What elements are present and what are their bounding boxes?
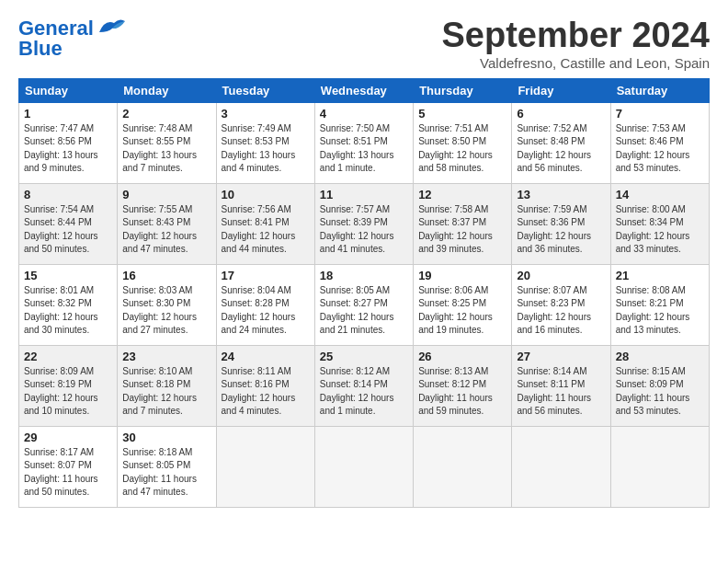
day-number: 8	[24, 188, 112, 201]
day-info: Sunrise: 7:52 AM Sunset: 8:48 PM Dayligh…	[517, 122, 605, 176]
table-row	[610, 426, 709, 507]
day-info: Sunrise: 7:56 AM Sunset: 8:41 PM Dayligh…	[222, 203, 310, 257]
header-saturday: Saturday	[610, 78, 709, 102]
table-row	[216, 426, 314, 507]
table-row: 8Sunrise: 7:54 AM Sunset: 8:44 PM Daylig…	[19, 183, 118, 264]
day-info: Sunrise: 8:06 AM Sunset: 8:25 PM Dayligh…	[418, 284, 506, 338]
header-tuesday: Tuesday	[216, 78, 314, 102]
day-number: 18	[320, 269, 408, 282]
table-row: 5Sunrise: 7:51 AM Sunset: 8:50 PM Daylig…	[414, 102, 512, 183]
day-info: Sunrise: 8:01 AM Sunset: 8:32 PM Dayligh…	[24, 284, 112, 338]
day-info: Sunrise: 7:55 AM Sunset: 8:43 PM Dayligh…	[122, 203, 210, 257]
day-number: 19	[418, 269, 506, 282]
day-number: 24	[222, 350, 310, 363]
day-info: Sunrise: 7:57 AM Sunset: 8:39 PM Dayligh…	[320, 203, 408, 257]
day-info: Sunrise: 8:14 AM Sunset: 8:11 PM Dayligh…	[517, 365, 605, 419]
day-info: Sunrise: 8:18 AM Sunset: 8:05 PM Dayligh…	[122, 446, 210, 500]
calendar-row: 1Sunrise: 7:47 AM Sunset: 8:56 PM Daylig…	[19, 102, 710, 183]
day-info: Sunrise: 8:07 AM Sunset: 8:23 PM Dayligh…	[517, 284, 605, 338]
table-row: 26Sunrise: 8:13 AM Sunset: 8:12 PM Dayli…	[414, 345, 512, 426]
day-number: 1	[24, 107, 112, 121]
day-number: 26	[418, 350, 506, 363]
calendar-row: 15Sunrise: 8:01 AM Sunset: 8:32 PM Dayli…	[19, 264, 710, 345]
table-row: 10Sunrise: 7:56 AM Sunset: 8:41 PM Dayli…	[216, 183, 314, 264]
day-info: Sunrise: 7:49 AM Sunset: 8:53 PM Dayligh…	[222, 122, 310, 176]
day-number: 29	[24, 431, 112, 444]
calendar-table: Sunday Monday Tuesday Wednesday Thursday…	[18, 78, 710, 508]
calendar-row: 29Sunrise: 8:17 AM Sunset: 8:07 PM Dayli…	[19, 426, 710, 507]
table-row: 11Sunrise: 7:57 AM Sunset: 8:39 PM Dayli…	[314, 183, 413, 264]
logo-blue: Blue	[18, 37, 63, 61]
header-sunday: Sunday	[19, 78, 118, 102]
day-number: 5	[418, 107, 506, 121]
day-info: Sunrise: 8:05 AM Sunset: 8:27 PM Dayligh…	[320, 284, 408, 338]
table-row	[512, 426, 610, 507]
day-number: 7	[616, 107, 704, 121]
table-row: 20Sunrise: 8:07 AM Sunset: 8:23 PM Dayli…	[512, 264, 610, 345]
calendar-header-row: Sunday Monday Tuesday Wednesday Thursday…	[19, 78, 710, 102]
day-info: Sunrise: 7:58 AM Sunset: 8:37 PM Dayligh…	[418, 203, 506, 257]
table-row: 29Sunrise: 8:17 AM Sunset: 8:07 PM Dayli…	[19, 426, 118, 507]
day-info: Sunrise: 8:12 AM Sunset: 8:14 PM Dayligh…	[320, 365, 408, 419]
table-row: 17Sunrise: 8:04 AM Sunset: 8:28 PM Dayli…	[216, 264, 314, 345]
day-number: 13	[517, 188, 605, 201]
day-info: Sunrise: 7:51 AM Sunset: 8:50 PM Dayligh…	[418, 122, 506, 176]
table-row: 24Sunrise: 8:11 AM Sunset: 8:16 PM Dayli…	[216, 345, 314, 426]
table-row: 18Sunrise: 8:05 AM Sunset: 8:27 PM Dayli…	[314, 264, 413, 345]
table-row: 3Sunrise: 7:49 AM Sunset: 8:53 PM Daylig…	[216, 102, 314, 183]
day-info: Sunrise: 8:09 AM Sunset: 8:19 PM Dayligh…	[24, 365, 112, 419]
logo-bird-icon	[96, 16, 125, 36]
table-row: 23Sunrise: 8:10 AM Sunset: 8:18 PM Dayli…	[118, 345, 216, 426]
header: General Blue September 2024 Valdefresno,…	[18, 17, 710, 71]
calendar-row: 8Sunrise: 7:54 AM Sunset: 8:44 PM Daylig…	[19, 183, 710, 264]
day-info: Sunrise: 7:50 AM Sunset: 8:51 PM Dayligh…	[320, 122, 408, 176]
day-info: Sunrise: 8:03 AM Sunset: 8:30 PM Dayligh…	[122, 284, 210, 338]
day-info: Sunrise: 7:59 AM Sunset: 8:36 PM Dayligh…	[517, 203, 605, 257]
day-info: Sunrise: 7:54 AM Sunset: 8:44 PM Dayligh…	[24, 203, 112, 257]
table-row: 22Sunrise: 8:09 AM Sunset: 8:19 PM Dayli…	[19, 345, 118, 426]
day-number: 23	[122, 350, 210, 363]
page: General Blue September 2024 Valdefresno,…	[0, 0, 728, 563]
month-title: September 2024	[442, 17, 711, 55]
day-number: 12	[418, 188, 506, 201]
day-info: Sunrise: 8:10 AM Sunset: 8:18 PM Dayligh…	[122, 365, 210, 419]
table-row	[314, 426, 413, 507]
day-info: Sunrise: 8:04 AM Sunset: 8:28 PM Dayligh…	[222, 284, 310, 338]
day-info: Sunrise: 7:47 AM Sunset: 8:56 PM Dayligh…	[24, 122, 112, 176]
header-friday: Friday	[512, 78, 610, 102]
table-row: 28Sunrise: 8:15 AM Sunset: 8:09 PM Dayli…	[610, 345, 709, 426]
day-info: Sunrise: 7:48 AM Sunset: 8:55 PM Dayligh…	[122, 122, 210, 176]
table-row: 19Sunrise: 8:06 AM Sunset: 8:25 PM Dayli…	[414, 264, 512, 345]
day-number: 28	[616, 350, 704, 363]
table-row: 21Sunrise: 8:08 AM Sunset: 8:21 PM Dayli…	[610, 264, 709, 345]
table-row: 13Sunrise: 7:59 AM Sunset: 8:36 PM Dayli…	[512, 183, 610, 264]
day-info: Sunrise: 8:00 AM Sunset: 8:34 PM Dayligh…	[616, 203, 704, 257]
header-wednesday: Wednesday	[314, 78, 413, 102]
day-number: 25	[320, 350, 408, 363]
day-number: 16	[122, 269, 210, 282]
table-row	[414, 426, 512, 507]
day-info: Sunrise: 8:13 AM Sunset: 8:12 PM Dayligh…	[418, 365, 506, 419]
day-number: 10	[222, 188, 310, 201]
day-number: 17	[222, 269, 310, 282]
day-number: 4	[320, 107, 408, 121]
title-area: September 2024 Valdefresno, Castille and…	[442, 17, 711, 71]
day-number: 3	[222, 107, 310, 121]
table-row: 4Sunrise: 7:50 AM Sunset: 8:51 PM Daylig…	[314, 102, 413, 183]
calendar-row: 22Sunrise: 8:09 AM Sunset: 8:19 PM Dayli…	[19, 345, 710, 426]
day-number: 27	[517, 350, 605, 363]
day-info: Sunrise: 8:08 AM Sunset: 8:21 PM Dayligh…	[616, 284, 704, 338]
table-row: 15Sunrise: 8:01 AM Sunset: 8:32 PM Dayli…	[19, 264, 118, 345]
day-number: 30	[122, 431, 210, 444]
table-row: 16Sunrise: 8:03 AM Sunset: 8:30 PM Dayli…	[118, 264, 216, 345]
day-number: 6	[517, 107, 605, 121]
header-monday: Monday	[118, 78, 216, 102]
day-info: Sunrise: 8:15 AM Sunset: 8:09 PM Dayligh…	[616, 365, 704, 419]
day-number: 22	[24, 350, 112, 363]
table-row: 9Sunrise: 7:55 AM Sunset: 8:43 PM Daylig…	[118, 183, 216, 264]
day-number: 14	[616, 188, 704, 201]
day-number: 2	[122, 107, 210, 121]
logo: General Blue	[18, 17, 125, 61]
table-row: 2Sunrise: 7:48 AM Sunset: 8:55 PM Daylig…	[118, 102, 216, 183]
table-row: 1Sunrise: 7:47 AM Sunset: 8:56 PM Daylig…	[19, 102, 118, 183]
